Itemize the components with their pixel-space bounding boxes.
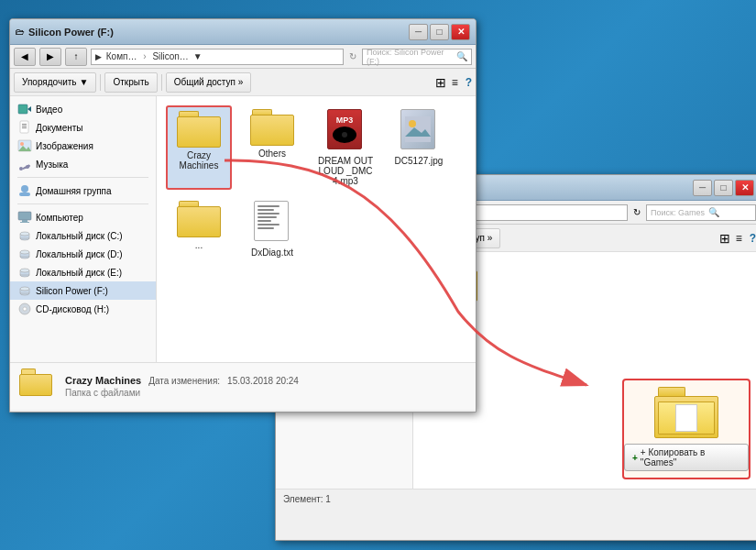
sp-view-icon[interactable]: ⊞ <box>435 75 446 90</box>
svg-rect-32 <box>19 192 30 196</box>
computer-icon3 <box>17 210 32 225</box>
games-help-icon[interactable]: ? <box>750 232 756 245</box>
sp-info-type: Папка с файлами <box>65 388 299 398</box>
sp-sidebar-disk-c[interactable]: Локальный диск (C:) <box>10 226 156 245</box>
copy-btn-label: + Копировать в "Games" <box>641 447 740 468</box>
images-icon <box>17 138 32 153</box>
sp-sidebar-computer-label: Компьютер <box>36 213 83 223</box>
sp-sidebar-divider1 <box>17 177 148 178</box>
svg-point-38 <box>20 232 29 236</box>
sp-win-controls: ─ □ ✕ <box>409 24 470 40</box>
mp3-label: DREAM OUT LOUD _DMC 4.mp3 <box>316 156 375 186</box>
svg-point-41 <box>20 250 29 254</box>
sp-organize-label: Упорядочить <box>22 77 77 87</box>
svg-point-47 <box>20 287 29 291</box>
svg-rect-20 <box>22 124 27 125</box>
partial-folder-item[interactable]: ... <box>166 197 232 261</box>
mp3-item[interactable]: MP3 DREAM OUT LOUD _DMC 4.mp3 <box>312 105 378 190</box>
svg-rect-34 <box>22 220 27 222</box>
sp-sidebar-silicon-power-label: Silicon Power (F:) <box>36 286 108 296</box>
partial-folder-label: ... <box>195 240 203 250</box>
games-search-placeholder: Поиск: Games <box>651 208 705 217</box>
games-view-icon[interactable]: ⊞ <box>719 231 730 246</box>
sp-forward-button[interactable]: ▶ <box>39 48 61 66</box>
svg-point-44 <box>20 269 29 272</box>
sp-open-label: Открыть <box>113 77 148 87</box>
games-win-controls: ─ □ ✕ <box>693 180 754 196</box>
sp-window-title: Silicon Power (F:) <box>28 27 409 38</box>
image-item[interactable]: DC5127.jpg <box>386 105 452 190</box>
svg-point-26 <box>19 167 23 170</box>
sp-sidebar-cd[interactable]: CD-дисковод (H:) <box>10 300 156 318</box>
sp-content-area: Видео Документы <box>10 96 476 362</box>
copy-to-games-button[interactable]: + + Копировать в "Games" <box>624 444 749 471</box>
sp-search-field[interactable]: Поиск: Silicon Power (F:) 🔍 <box>362 49 472 65</box>
copy-plus-icon: + <box>632 453 638 463</box>
svg-point-49 <box>23 307 27 311</box>
svg-rect-21 <box>22 126 27 126</box>
docs-icon <box>17 120 32 135</box>
crazy-machines-item[interactable]: Crazy Machines <box>166 105 232 190</box>
sp-info-panel: Crazy Machines Дата изменения: 15.03.201… <box>10 362 476 410</box>
sp-sidebar-cd-label: CD-дисковод (H:) <box>36 304 109 314</box>
sp-info-folder-icon <box>19 368 56 405</box>
video-icon <box>17 102 32 116</box>
sp-back-button[interactable]: ◀ <box>14 48 36 66</box>
others-label: Others <box>258 148 286 159</box>
svg-rect-50 <box>405 116 431 142</box>
sp-sidebar-homegroup[interactable]: Домашняя группа <box>10 182 156 200</box>
sp-sidebar-divider2 <box>17 204 148 204</box>
svg-rect-22 <box>22 127 27 128</box>
sp-maximize-button[interactable]: □ <box>430 24 449 40</box>
crazy-machines-label: Crazy Machines <box>171 150 226 170</box>
others-icon <box>250 109 294 146</box>
sp-up-button[interactable]: ↑ <box>65 48 87 66</box>
dxdiag-item[interactable]: DxDiag.txt <box>239 197 305 261</box>
partial-folder-icon <box>177 201 221 237</box>
sp-sidebar-music-label: Музыка <box>36 160 68 170</box>
games-maximize-button[interactable]: □ <box>714 180 733 196</box>
sp-close-button[interactable]: ✕ <box>451 24 470 40</box>
sp-open-button[interactable]: Открыть <box>104 72 157 93</box>
sp-address-bar: ◀ ▶ ↑ ▶ Комп… › Silicon… ▼ ↻ Поиск: Sili… <box>10 45 476 69</box>
sp-share-button[interactable]: Общий доступ » <box>166 72 252 93</box>
disk-c-icon3 <box>17 228 32 243</box>
dxdiag-label: DxDiag.txt <box>251 248 293 258</box>
sp-help-icon[interactable]: ? <box>466 76 472 89</box>
sp-search-placeholder: Поиск: Silicon Power (F:) <box>367 48 455 66</box>
svg-rect-19 <box>20 121 28 133</box>
sp-details-icon[interactable]: ≡ <box>452 76 458 89</box>
others-item[interactable]: Others <box>239 105 305 190</box>
sp-sidebar-music[interactable]: Музыка <box>10 155 156 173</box>
sp-file-area: Crazy Machines Others MP3 <box>157 96 476 362</box>
sp-sidebar-silicon-power[interactable]: Silicon Power (F:) <box>10 281 156 300</box>
sp-minimize-button[interactable]: ─ <box>409 24 428 40</box>
sp-sidebar-disk-d-label: Локальный диск (D:) <box>36 249 123 259</box>
txt-icon <box>254 201 290 245</box>
sp-info-date-label: Дата изменения: <box>148 376 220 386</box>
games-search-field[interactable]: Поиск: Games 🔍 <box>646 204 756 221</box>
sp-sidebar-images[interactable]: Изображения <box>10 137 156 155</box>
svg-point-31 <box>21 185 28 192</box>
mp3-icon: MP3 <box>327 109 364 153</box>
sp-sidebar-video[interactable]: Видео <box>10 100 156 118</box>
sp-organize-button[interactable]: Упорядочить ▼ <box>14 72 96 93</box>
drop-target-zone[interactable]: + + Копировать в "Games" <box>622 379 751 479</box>
svg-point-51 <box>409 120 416 127</box>
sp-sidebar: Видео Документы <box>10 96 157 362</box>
games-minimize-button[interactable]: ─ <box>693 180 712 196</box>
sp-sidebar-docs[interactable]: Документы <box>10 118 156 137</box>
games-details-icon[interactable]: ≡ <box>736 232 742 245</box>
sp-toolbar-sep2 <box>161 74 162 91</box>
sp-share-label: Общий доступ » <box>174 77 244 87</box>
sp-sidebar-disk-e[interactable]: Локальный диск (E:) <box>10 263 156 281</box>
music-icon <box>17 157 32 171</box>
sp-sidebar-docs-label: Документы <box>36 123 83 133</box>
games-close-button[interactable]: ✕ <box>735 180 754 196</box>
sp-sidebar-computer[interactable]: Компьютер <box>10 208 156 226</box>
sp-address-field[interactable]: ▶ Комп… › Silicon… ▼ <box>91 49 344 65</box>
sp-sidebar-disk-d[interactable]: Локальный диск (D:) <box>10 245 156 263</box>
sp-toolbar-sep1 <box>100 74 101 91</box>
desktop: 🗁 Games ─ □ ✕ ◀ ▶ ↑ … ↻ Поиск: Games 🔍 <box>0 0 756 550</box>
sp-info-details: Crazy Machines Дата изменения: 15.03.201… <box>65 375 299 398</box>
